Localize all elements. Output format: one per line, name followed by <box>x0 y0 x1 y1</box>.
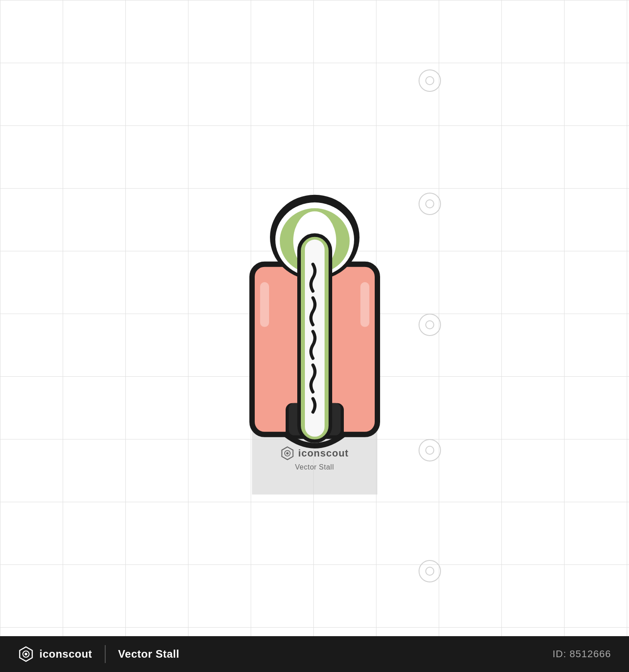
watermark-circle-1 <box>419 69 441 92</box>
bottom-bar-logo-icon <box>18 646 34 662</box>
bottom-bar-vendor-name: Vector Stall <box>118 648 180 660</box>
svg-rect-13 <box>260 282 269 327</box>
hotdog-illustration: iconscout Vector Stall <box>239 166 391 481</box>
bottom-bar-iconscout-text: iconscout <box>39 648 92 660</box>
watermark-circle-4 <box>419 439 441 461</box>
bottom-bar: iconscout Vector Stall ID: 8512666 <box>0 636 629 672</box>
watermark-circle-5 <box>419 560 441 582</box>
svg-rect-14 <box>360 282 369 327</box>
watermark-circle-2 <box>419 193 441 215</box>
watermark-circle-3 <box>419 314 441 336</box>
bottom-bar-asset-id: ID: 8512666 <box>552 648 611 660</box>
hotdog-svg-wrapper <box>239 166 391 481</box>
bottom-bar-divider <box>105 645 106 663</box>
svg-point-17 <box>25 653 27 655</box>
hotdog-icon <box>239 166 391 479</box>
bottom-bar-left: iconscout Vector Stall <box>18 645 180 663</box>
